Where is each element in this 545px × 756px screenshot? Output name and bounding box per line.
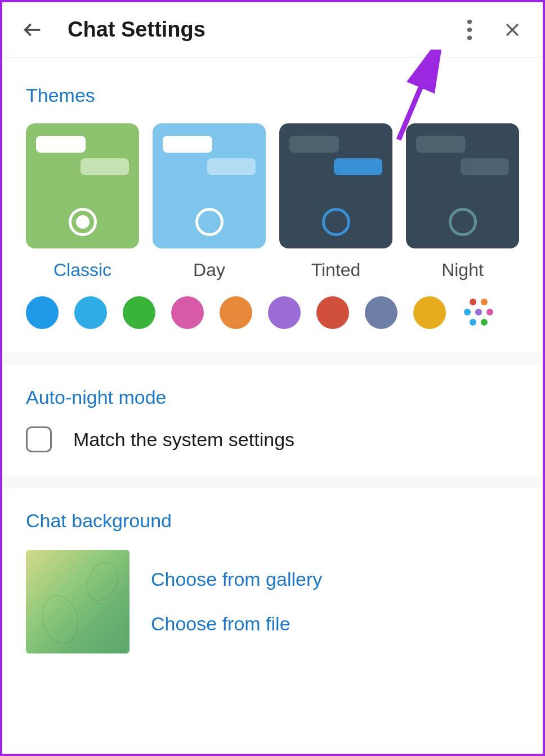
- svg-point-2: [467, 27, 472, 32]
- svg-point-3: [467, 35, 472, 40]
- background-thumbnail[interactable]: [26, 550, 129, 653]
- theme-preview: [153, 123, 266, 248]
- auto-night-section: Auto-night mode Match the system setting…: [2, 365, 543, 476]
- color-swatch-3[interactable]: [171, 296, 204, 329]
- page-title: Chat Settings: [68, 17, 206, 42]
- color-swatch-7[interactable]: [365, 296, 397, 329]
- theme-preview: [26, 123, 139, 248]
- match-system-checkbox[interactable]: [26, 426, 52, 452]
- theme-option-tinted[interactable]: Tinted: [279, 123, 392, 281]
- theme-preview: [279, 123, 392, 248]
- themes-heading: Themes: [26, 85, 519, 106]
- themes-section: Themes Classic Day: [2, 57, 543, 353]
- theme-option-night[interactable]: Night: [406, 123, 519, 281]
- back-button[interactable]: [19, 16, 46, 43]
- theme-label: Tinted: [279, 260, 392, 281]
- color-swatch-custom[interactable]: [462, 296, 494, 329]
- color-swatch-0[interactable]: [26, 296, 59, 329]
- choose-from-file-link[interactable]: Choose from file: [151, 613, 322, 635]
- svg-point-1: [467, 19, 472, 24]
- header: Chat Settings: [2, 2, 543, 57]
- choose-from-gallery-link[interactable]: Choose from gallery: [151, 568, 322, 590]
- chat-background-heading: Chat background: [26, 510, 519, 532]
- theme-label: Classic: [26, 260, 139, 281]
- close-button[interactable]: [499, 16, 526, 43]
- auto-night-heading: Auto-night mode: [26, 386, 519, 408]
- color-swatch-5[interactable]: [268, 296, 301, 329]
- chat-background-section: Chat background Choose from gallery Choo…: [2, 488, 543, 677]
- theme-option-day[interactable]: Day: [153, 123, 266, 281]
- match-system-label: Match the system settings: [73, 429, 294, 451]
- dots-vertical-icon: [467, 19, 472, 41]
- theme-option-classic[interactable]: Classic: [26, 123, 139, 281]
- theme-label: Night: [406, 260, 519, 281]
- color-swatches-row: [26, 296, 519, 329]
- arrow-left-icon: [21, 19, 44, 41]
- theme-label: Day: [153, 260, 266, 281]
- color-swatch-4[interactable]: [220, 296, 252, 329]
- color-swatch-6[interactable]: [316, 296, 349, 329]
- color-swatch-2[interactable]: [123, 296, 155, 329]
- color-swatch-1[interactable]: [74, 296, 107, 329]
- theme-preview: [406, 123, 519, 248]
- color-swatch-8[interactable]: [413, 296, 446, 329]
- more-options-button[interactable]: [456, 16, 483, 43]
- close-icon: [503, 20, 522, 39]
